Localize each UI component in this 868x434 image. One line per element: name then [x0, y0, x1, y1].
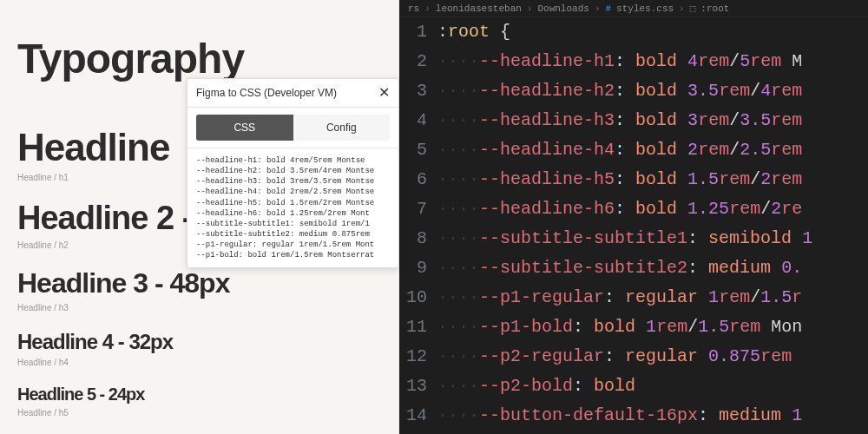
line-number: 5: [399, 135, 427, 165]
chevron-right-icon: ›: [679, 3, 685, 14]
code-line[interactable]: ····--p2-regular: regular 0.875rem: [437, 342, 868, 372]
close-icon[interactable]: ✕: [378, 86, 390, 100]
breadcrumb[interactable]: rs › leonidasesteban › Downloads › # sty…: [399, 0, 868, 17]
plugin-output-line: --p1-regular: regular 1rem/1.5rem Mont: [196, 240, 390, 250]
headline-caption: Headline / h3: [17, 303, 399, 312]
breadcrumb-seg[interactable]: leonidasesteban: [436, 3, 522, 14]
code-editor: rs › leonidasesteban › Downloads › # sty…: [399, 0, 868, 434]
design-canvas: Typography HeadlineHeadline / h1Headline…: [0, 0, 399, 434]
code-line[interactable]: ····--button-default-16px: medium 1: [437, 401, 868, 431]
tab-config[interactable]: Config: [293, 115, 391, 141]
line-number: 8: [399, 224, 427, 253]
code-content[interactable]: :root {····--headline-h1: bold 4rem/5rem…: [437, 17, 868, 434]
code-line[interactable]: ····--headline-h4: bold 2rem/2.5rem: [437, 135, 868, 165]
breadcrumb-file[interactable]: styles.css: [616, 3, 674, 14]
chevron-right-icon: ›: [595, 3, 601, 14]
breadcrumb-symbol[interactable]: :root: [700, 3, 729, 14]
plugin-output-line: --headline-h5: bold 1.5rem/2rem Montse: [196, 198, 390, 208]
headline-sample: Headline 4 - 32pxHeadline / h4: [17, 330, 399, 367]
plugin-window[interactable]: Figma to CSS (Developer VM) ✕ CSS Config…: [187, 78, 399, 268]
plugin-output[interactable]: --headline-h1: bold 4rem/5rem Montse--he…: [187, 148, 398, 267]
headline-text: Headline 4 - 32px: [17, 330, 399, 354]
line-number: 13: [399, 372, 427, 401]
css-file-icon: #: [605, 3, 611, 14]
line-number: 10: [399, 283, 427, 312]
code-line[interactable]: ····--headline-h2: bold 3.5rem/4rem: [437, 76, 868, 106]
code-line[interactable]: ····--headline-h6: bold 1.25rem/2re: [437, 194, 868, 224]
plugin-output-line: --subtitle-subtitle1: semibold 1rem/1: [196, 219, 390, 229]
line-number: 4: [399, 106, 427, 135]
line-number: 7: [399, 194, 427, 224]
plugin-output-line: --p1-bold: bold 1rem/1.5rem Montserrat: [196, 250, 390, 260]
chevron-right-icon: ›: [424, 3, 431, 14]
headline-text: Headline 5 - 24px: [17, 385, 399, 404]
code-line[interactable]: ····--headline-h1: bold 4rem/5rem M: [437, 47, 868, 76]
headline-sample: Headline 5 - 24pxHeadline / h5: [17, 385, 399, 418]
plugin-tabs: CSS Config: [187, 108, 398, 148]
code-line[interactable]: ····--subtitle-subtitle1: semibold 1: [437, 224, 868, 253]
code-line[interactable]: ····--headline-h3: bold 3rem/3.5rem: [437, 106, 868, 135]
headline-caption: Headline / h5: [17, 408, 399, 418]
headline-caption: Headline / h4: [17, 358, 399, 367]
code-line[interactable]: ····--p1-regular: regular 1rem/1.5r: [437, 283, 868, 312]
chevron-right-icon: ›: [527, 3, 533, 14]
line-number: 12: [399, 342, 427, 372]
line-number-gutter: 1234567891011121314: [399, 17, 437, 434]
plugin-output-line: --headline-h6: bold 1.25rem/2rem Mont: [196, 208, 390, 219]
plugin-output-line: --headline-h4: bold 2rem/2.5rem Montse: [196, 187, 390, 197]
code-line[interactable]: ····--headline-h5: bold 1.5rem/2rem: [437, 165, 868, 194]
line-number: 3: [399, 76, 427, 106]
line-number: 11: [399, 312, 427, 342]
plugin-output-line: --headline-h3: bold 3rem/3.5rem Montse: [196, 176, 390, 187]
headline-text: Headline 3 - 48px: [17, 267, 399, 299]
plugin-output-line: --headline-h1: bold 4rem/5rem Montse: [196, 155, 390, 166]
code-line[interactable]: ····--subtitle-subtitle2: medium 0.: [437, 253, 868, 283]
plugin-output-line: --subtitle-subtitle2: medium 0.875rem: [196, 229, 390, 240]
typography-title: Typography: [17, 35, 399, 82]
plugin-output-line: --headline-h2: bold 3.5rem/4rem Montse: [196, 166, 390, 176]
code-line[interactable]: :root {: [437, 17, 868, 47]
css-symbol-icon: ⬚: [690, 3, 696, 14]
breadcrumb-seg[interactable]: Downloads: [537, 3, 589, 14]
code-line[interactable]: ····--p2-bold: bold: [437, 372, 868, 401]
editor-area[interactable]: 1234567891011121314 :root {····--headlin…: [399, 17, 868, 434]
line-number: 1: [399, 17, 427, 47]
line-number: 6: [399, 165, 427, 194]
line-number: 9: [399, 253, 427, 283]
tab-css[interactable]: CSS: [196, 115, 293, 141]
plugin-title: Figma to CSS (Developer VM): [196, 87, 337, 99]
headline-sample: Headline 3 - 48pxHeadline / h3: [17, 267, 399, 312]
line-number: 14: [399, 401, 427, 431]
line-number: 2: [399, 47, 427, 76]
plugin-header[interactable]: Figma to CSS (Developer VM) ✕: [187, 79, 398, 108]
breadcrumb-seg[interactable]: rs: [408, 3, 419, 14]
code-line[interactable]: ····--p1-bold: bold 1rem/1.5rem Mon: [437, 312, 868, 342]
